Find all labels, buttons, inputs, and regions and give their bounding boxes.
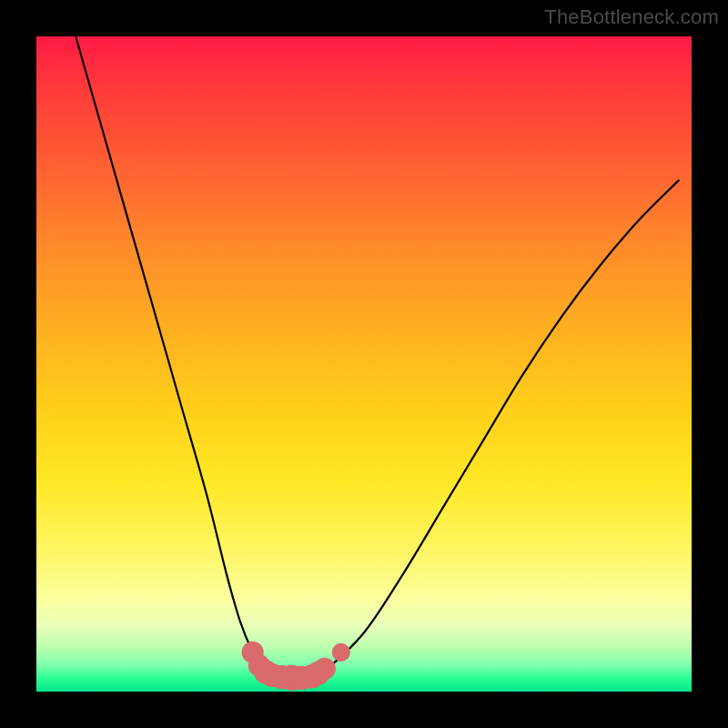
chart-frame: TheBottleneck.com [0,0,728,728]
curve-svg [36,36,692,692]
bottleneck-curve [76,36,678,677]
marker-point [314,658,336,680]
highlight-markers [242,642,350,691]
watermark-text: TheBottleneck.com [544,5,719,29]
plot-area [36,36,692,692]
marker-point [332,643,350,662]
